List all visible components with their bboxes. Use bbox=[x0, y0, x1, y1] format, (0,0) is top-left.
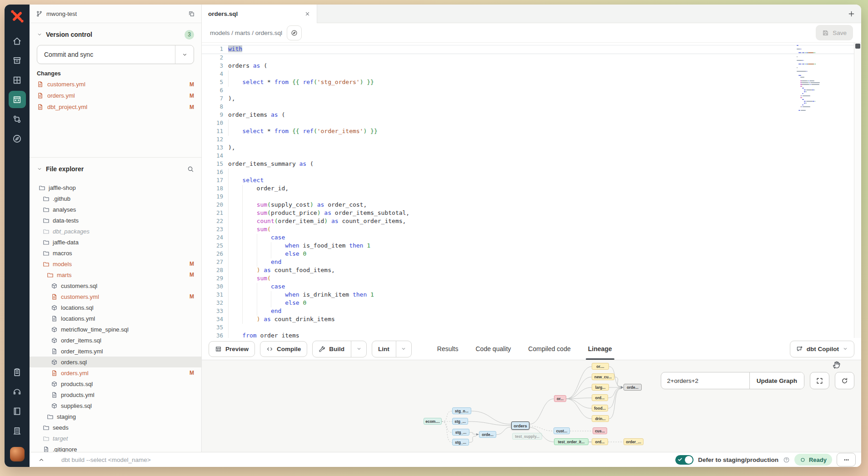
tree-item-metricflow_time_spine.sql[interactable]: metricflow_time_spine.sql bbox=[30, 324, 201, 335]
expand-command-bar-icon[interactable] bbox=[35, 456, 48, 463]
update-graph-button[interactable]: Update Graph bbox=[749, 372, 804, 389]
tree-item-jaffle-data[interactable]: jaffle-data bbox=[30, 237, 201, 248]
lineage-node-stg_[interactable]: stg_... bbox=[452, 429, 469, 436]
lineage-node-cust[interactable]: cust... bbox=[554, 427, 570, 434]
more-options-button[interactable] bbox=[837, 453, 856, 466]
lineage-node-orde[interactable]: orde... bbox=[624, 384, 642, 391]
lineage-node-ord[interactable]: ord... bbox=[592, 394, 608, 401]
tab-code-quality[interactable]: Code quality bbox=[467, 338, 520, 360]
build-button[interactable]: Build bbox=[312, 341, 367, 357]
tree-item-marts[interactable]: martsM bbox=[30, 269, 201, 280]
editor-minimap[interactable] bbox=[797, 45, 837, 114]
lineage-node-cus[interactable]: cus... bbox=[593, 427, 607, 434]
tree-item-jaffle-shop[interactable]: jaffle-shop bbox=[30, 182, 201, 193]
tab-results[interactable]: Results bbox=[429, 338, 467, 360]
status-circle-icon bbox=[800, 457, 806, 463]
commit-and-sync-button[interactable]: Commit and sync bbox=[37, 45, 194, 64]
lineage-node-order_[interactable]: order_... bbox=[624, 438, 644, 445]
compile-button[interactable]: Compile bbox=[260, 341, 307, 357]
tree-item-locations.yml[interactable]: locations.yml bbox=[30, 313, 201, 324]
tree-item-customers.sql[interactable]: customers.sql bbox=[30, 280, 201, 291]
lint-button[interactable]: Lint bbox=[372, 341, 412, 357]
tree-item-staging[interactable]: staging bbox=[30, 411, 201, 422]
help-icon[interactable] bbox=[783, 456, 790, 463]
home-icon[interactable] bbox=[9, 32, 26, 50]
grid-icon[interactable] bbox=[9, 71, 26, 89]
tree-item-target[interactable]: target bbox=[30, 433, 201, 444]
tree-item-analyses[interactable]: analyses bbox=[30, 204, 201, 215]
scrollbar-thumb[interactable] bbox=[855, 44, 860, 49]
branch-selector[interactable]: mwong-test bbox=[30, 5, 201, 23]
lineage-node-orders[interactable]: orders bbox=[511, 421, 529, 430]
tree-item-products.yml[interactable]: products.yml bbox=[30, 389, 201, 400]
git-compare-icon[interactable] bbox=[9, 110, 26, 128]
tree-item-data-tests[interactable]: data-tests bbox=[30, 215, 201, 226]
tree-item-order_items.sql[interactable]: order_items.sql bbox=[30, 335, 201, 346]
dbt-logo-icon[interactable] bbox=[10, 9, 25, 24]
tree-item-orders.yml[interactable]: orders.ymlM bbox=[30, 367, 201, 378]
headset-icon[interactable] bbox=[9, 383, 26, 400]
lineage-node-food[interactable]: food... bbox=[592, 405, 608, 412]
compass-icon[interactable] bbox=[9, 130, 26, 147]
code-editor[interactable]: 1with23orders as (45 select * from {{ re… bbox=[202, 43, 861, 338]
lineage-node-or[interactable]: or... bbox=[554, 395, 566, 402]
tree-item-supplies.sql[interactable]: supplies.sql bbox=[30, 400, 201, 411]
code-window-icon[interactable] bbox=[9, 91, 26, 108]
defer-toggle[interactable] bbox=[675, 455, 693, 465]
changed-file-orders.yml[interactable]: orders.ymlM bbox=[30, 90, 201, 101]
lineage-node-ord[interactable]: ord... bbox=[592, 438, 608, 445]
lineage-node-stg_[interactable]: stg_... bbox=[452, 439, 469, 446]
clipboard-icon[interactable] bbox=[9, 363, 26, 381]
build-options-caret[interactable] bbox=[351, 341, 366, 357]
lineage-node-new_cu[interactable]: new_cu... bbox=[592, 373, 614, 380]
book-icon[interactable] bbox=[9, 402, 26, 420]
chevron-down-icon[interactable] bbox=[37, 166, 42, 172]
lineage-node-orde[interactable]: orde... bbox=[479, 431, 496, 438]
tree-item-label: staging bbox=[57, 413, 76, 420]
tab-lineage[interactable]: Lineage bbox=[579, 338, 621, 360]
view-lineage-button[interactable] bbox=[287, 25, 302, 40]
tree-item-locations.sql[interactable]: locations.sql bbox=[30, 302, 201, 313]
chevron-down-icon[interactable] bbox=[37, 32, 42, 37]
tree-item-.gitignore[interactable]: .gitignore bbox=[30, 444, 201, 452]
changed-file-dbt_project.yml[interactable]: dbt_project.ymlM bbox=[30, 101, 201, 113]
tree-item-products.sql[interactable]: products.sql bbox=[30, 378, 201, 389]
lint-options-caret[interactable] bbox=[396, 341, 411, 357]
tree-item-customers.yml[interactable]: customers.ymlM bbox=[30, 291, 201, 302]
lineage-node-test_supply[interactable]: test_supply... bbox=[512, 433, 542, 440]
tree-item-orders.sql[interactable]: orders.sql bbox=[30, 357, 201, 367]
lineage-node-or[interactable]: or.... bbox=[592, 363, 609, 370]
lineage-node-larg[interactable]: larg... bbox=[592, 384, 609, 391]
building-icon[interactable] bbox=[9, 422, 26, 439]
tree-item-dbt_packages[interactable]: dbt_packages bbox=[30, 226, 201, 237]
tree-item-order_items.yml[interactable]: order_items.yml bbox=[30, 346, 201, 357]
search-icon[interactable] bbox=[187, 166, 194, 173]
save-button[interactable]: Save bbox=[816, 25, 853, 40]
copy-icon[interactable] bbox=[188, 10, 195, 17]
tree-item-macros[interactable]: macros bbox=[30, 248, 201, 258]
lineage-node-stg_[interactable]: stg_... bbox=[452, 418, 468, 425]
changed-file-customers.yml[interactable]: customers.ymlM bbox=[30, 79, 201, 90]
fullscreen-button[interactable] bbox=[810, 372, 829, 389]
tree-item-seeds[interactable]: seeds bbox=[30, 422, 201, 433]
status-badge[interactable]: Ready bbox=[794, 454, 832, 466]
new-tab-button[interactable] bbox=[841, 5, 861, 23]
lineage-node-test_order_it[interactable]: test_order_it... bbox=[554, 438, 589, 445]
dbt-copilot-button[interactable]: dbt Copilot bbox=[790, 341, 854, 357]
archive-icon[interactable] bbox=[9, 52, 26, 69]
tree-item-models[interactable]: modelsM bbox=[30, 258, 201, 269]
lineage-node-drin[interactable]: drin... bbox=[592, 415, 609, 422]
tree-item-.github[interactable]: .github bbox=[30, 193, 201, 204]
lineage-node-ecom[interactable]: ecom.... bbox=[424, 418, 442, 425]
commit-options-caret[interactable] bbox=[175, 45, 194, 64]
editor-scrollbar[interactable] bbox=[854, 43, 861, 338]
tab-orders-sql[interactable]: orders.sql bbox=[202, 5, 317, 23]
preview-button[interactable]: Preview bbox=[209, 341, 255, 357]
lineage-node-stg_o[interactable]: stg_o... bbox=[452, 407, 471, 414]
command-input[interactable]: dbt build --select <model_name> bbox=[61, 456, 151, 463]
refresh-button[interactable] bbox=[835, 372, 854, 389]
close-icon[interactable] bbox=[304, 11, 310, 17]
user-avatar[interactable] bbox=[10, 447, 25, 461]
tab-compiled-code[interactable]: Compiled code bbox=[519, 338, 579, 360]
lineage-filter-input[interactable] bbox=[661, 372, 749, 389]
